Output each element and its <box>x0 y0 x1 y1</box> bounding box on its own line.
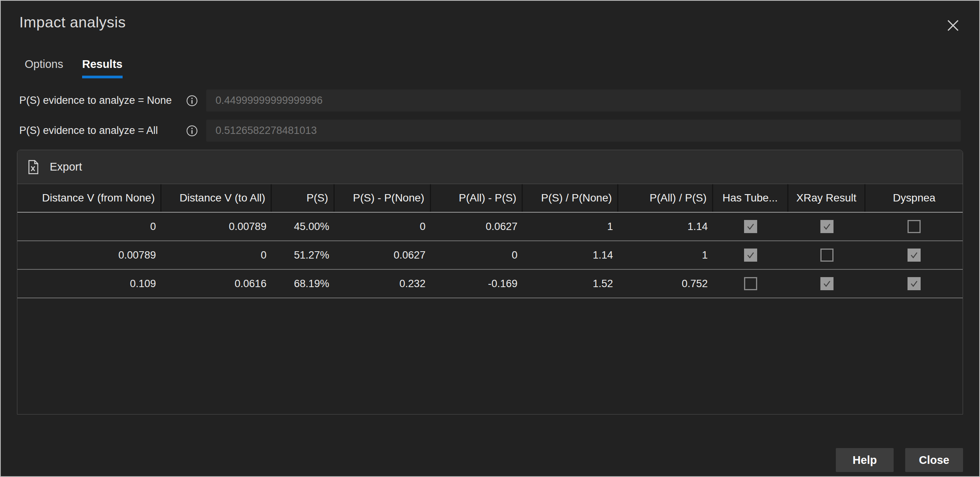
field-row-ps-all: P(S) evidence to analyze = All <box>19 120 961 142</box>
table-cell <box>865 213 963 240</box>
table-cell <box>865 241 963 269</box>
tab-results[interactable]: Results <box>82 58 123 78</box>
export-label: Export <box>50 161 82 173</box>
checkbox-checked-icon <box>908 249 921 262</box>
table-row[interactable]: 0.1090.061668.19%0.232-0.1691.520.752 <box>17 270 963 298</box>
checkbox-unchecked-icon <box>744 277 757 290</box>
table-cell: 51.27% <box>272 241 335 269</box>
table-row[interactable]: 00.0078945.00%00.062711.14 <box>17 213 963 241</box>
export-file-icon <box>27 160 40 174</box>
table-cell: 1.14 <box>523 241 618 269</box>
fields-section: P(S) evidence to analyze = None P(S) evi… <box>19 90 961 142</box>
column-header[interactable]: Has Tube... <box>713 184 788 212</box>
table-cell: 45.00% <box>272 213 335 240</box>
results-grid-panel: Export Distance V (from None)Distance V … <box>17 150 963 414</box>
table-cell: 0 <box>17 213 162 240</box>
table-body: 00.0078945.00%00.062711.140.00789051.27%… <box>17 213 963 414</box>
table-cell <box>713 241 788 269</box>
column-header[interactable]: P(All) - P(S) <box>431 184 523 212</box>
tab-options[interactable]: Options <box>25 58 63 78</box>
table-cell <box>713 270 788 298</box>
help-button[interactable]: Help <box>836 448 894 472</box>
ps-all-label: P(S) evidence to analyze = All <box>19 125 186 137</box>
column-header[interactable]: Dyspnea <box>865 184 963 212</box>
ps-none-input <box>206 90 961 112</box>
info-icon[interactable] <box>186 95 198 107</box>
tab-bar: Options Results <box>25 58 979 78</box>
checkbox-checked-icon <box>744 249 757 262</box>
close-icon[interactable] <box>945 17 961 34</box>
checkbox-checked-icon <box>908 277 921 290</box>
table-row[interactable]: 0.00789051.27%0.062701.141 <box>17 241 963 270</box>
checkbox-unchecked-icon <box>820 249 834 262</box>
table-cell: 1.14 <box>618 213 713 240</box>
dialog-footer: Help Close <box>836 448 963 472</box>
checkbox-checked-icon <box>820 220 834 233</box>
info-icon[interactable] <box>186 125 198 137</box>
table-cell: 0.0627 <box>431 213 523 240</box>
export-button[interactable]: Export <box>27 160 82 174</box>
column-header[interactable]: Distance V (from None) <box>17 184 162 212</box>
table-cell: 0.00789 <box>17 241 162 269</box>
checkbox-checked-icon <box>820 277 834 290</box>
table-cell: 1 <box>618 241 713 269</box>
checkbox-checked-icon <box>744 220 757 233</box>
column-header[interactable]: P(S) - P(None) <box>335 184 431 212</box>
table-cell: 1.52 <box>523 270 618 298</box>
ps-none-label: P(S) evidence to analyze = None <box>19 95 186 107</box>
column-header[interactable]: Distance V (to All) <box>162 184 272 212</box>
table-cell: 68.19% <box>272 270 335 298</box>
table-cell: 0.752 <box>618 270 713 298</box>
table-cell: 0.232 <box>335 270 431 298</box>
table-cell <box>788 241 866 269</box>
ps-all-input <box>206 120 961 142</box>
table-cell <box>788 213 866 240</box>
table-cell: -0.169 <box>431 270 523 298</box>
table-cell <box>865 270 963 298</box>
checkbox-unchecked-icon <box>908 220 921 233</box>
table-cell: 0.109 <box>17 270 162 298</box>
close-button[interactable]: Close <box>905 448 963 472</box>
table-cell: 0.00789 <box>162 213 272 240</box>
column-header[interactable]: P(S) / P(None) <box>523 184 618 212</box>
table-cell: 0.0627 <box>335 241 431 269</box>
column-header[interactable]: XRay Result <box>788 184 866 212</box>
table-cell <box>788 270 866 298</box>
column-header[interactable]: P(All) / P(S) <box>618 184 713 212</box>
column-header[interactable]: P(S) <box>272 184 335 212</box>
table-cell: 0 <box>162 241 272 269</box>
field-row-ps-none: P(S) evidence to analyze = None <box>19 90 961 112</box>
impact-analysis-dialog: Impact analysis Options Results P(S) evi… <box>0 0 980 477</box>
table-cell: 0 <box>335 213 431 240</box>
table-cell: 0 <box>431 241 523 269</box>
table-header-row: Distance V (from None)Distance V (to All… <box>17 184 963 213</box>
table-cell: 0.0616 <box>162 270 272 298</box>
table-cell <box>713 213 788 240</box>
grid-toolbar: Export <box>17 150 963 184</box>
table-cell: 1 <box>523 213 618 240</box>
dialog-title: Impact analysis <box>19 14 979 31</box>
